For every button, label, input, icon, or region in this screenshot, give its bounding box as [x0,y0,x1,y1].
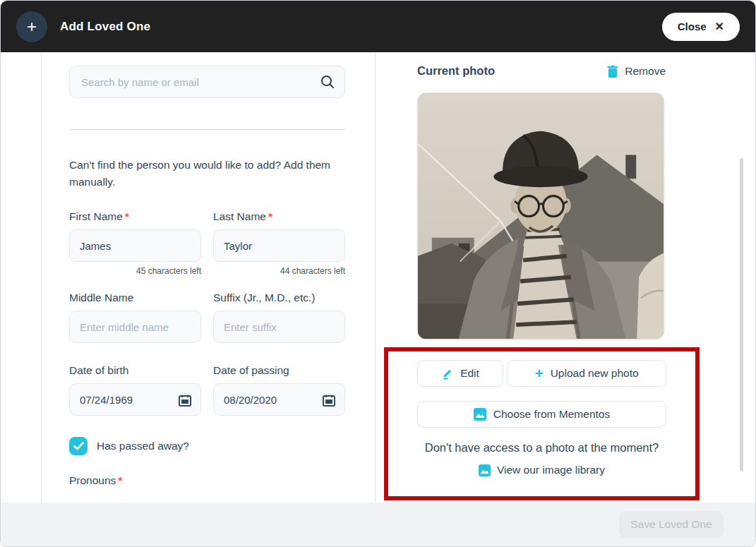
vintage-portrait-photo [418,93,664,339]
last-name-input[interactable] [213,229,345,262]
remove-photo-button[interactable]: Remove [607,65,666,78]
suffix-group: Suffix (Jr., M.D., etc.) [213,291,345,343]
suffix-input[interactable] [213,311,345,343]
search-field-wrap [69,66,345,98]
left-panel-divider [41,52,42,503]
modal-title: Add Loved One [60,20,150,34]
close-icon: ✕ [715,20,724,33]
modal-footer: Save Loved One [1,503,755,546]
first-name-group: First Name* 45 characters left [69,210,201,276]
add-loved-one-modal: + Add Loved One Close ✕ Can't find the p… [0,0,756,547]
photo-action-buttons-row: Edit + Upload new photo [417,360,666,387]
required-asterisk: * [125,210,129,222]
has-passed-row: Has passed away? [69,437,345,455]
photo-actions-highlight-box: Edit + Upload new photo Choose from Meme… [384,347,700,500]
modal-body: Can't find the person you would like to … [1,52,755,503]
upload-button-label: Upload new photo [551,367,639,380]
has-passed-label: Has passed away? [97,440,189,452]
date-of-passing-group: Date of passing 08/20/2020 [213,364,345,416]
section-divider [69,129,345,130]
calendar-icon[interactable] [322,393,336,409]
choose-from-mementos-button[interactable]: Choose from Mementos [417,401,666,428]
plus-icon: + [16,11,47,42]
first-name-label: First Name* [69,210,201,223]
remove-label: Remove [625,65,666,78]
pronouns-label-text: Pronouns [69,474,116,486]
current-photo-image [417,92,664,339]
image-icon [479,464,491,476]
search-icon[interactable] [320,74,335,92]
date-of-birth-group: Date of birth 07/24/1969 [69,364,201,416]
middle-suffix-row: Middle Name Suffix (Jr., M.D., etc.) [69,291,345,343]
close-button[interactable]: Close ✕ [662,13,740,41]
has-passed-checkbox[interactable] [69,437,88,455]
name-fields-row: First Name* 45 characters left Last Name… [69,210,345,276]
pronouns-label: Pronouns* [69,474,345,487]
date-of-birth-value: 07/24/1969 [80,394,133,406]
person-form-column: Can't find the person you would like to … [69,52,345,487]
close-button-label: Close [678,20,707,32]
dates-row: Date of birth 07/24/1969 Date of passing… [69,364,345,416]
date-of-passing-input[interactable]: 08/20/2020 [213,383,345,416]
date-of-birth-label: Date of birth [69,364,201,377]
current-photo-title: Current photo [417,64,495,78]
check-icon [73,442,84,450]
edit-button-label: Edit [460,367,479,380]
library-link-label: View our image library [497,464,605,476]
manual-add-hint: Can't find the person you would like to … [69,157,332,191]
trash-icon [607,65,618,78]
required-asterisk: * [268,210,272,222]
required-asterisk: * [118,474,122,486]
search-input[interactable] [69,66,345,98]
photo-header-row: Current photo Remove [417,64,666,78]
upload-new-photo-button[interactable]: + Upload new photo [507,360,666,387]
middle-name-group: Middle Name [69,291,201,343]
first-name-input[interactable] [69,229,201,262]
last-name-label-text: Last Name [213,210,266,222]
modal-header: + Add Loved One Close ✕ [1,1,755,52]
date-of-passing-label: Date of passing [213,364,345,377]
middle-name-label: Middle Name [69,291,201,304]
suffix-label: Suffix (Jr., M.D., etc.) [213,291,345,304]
mementos-button-label: Choose from Mementos [493,408,610,421]
last-name-chars-left: 44 characters left [213,266,345,276]
last-name-group: Last Name* 44 characters left [213,210,345,276]
photo-column: Current photo Remove [375,52,755,503]
plus-icon: + [534,366,543,380]
calendar-icon[interactable] [178,393,192,409]
edit-photo-button[interactable]: Edit [417,360,503,387]
last-name-label: Last Name* [213,210,345,223]
plus-glyph: + [27,17,37,37]
first-name-label-text: First Name [69,210,123,222]
date-of-passing-value: 08/20/2020 [224,394,277,406]
save-loved-one-button[interactable]: Save Loved One [619,511,724,538]
image-icon [474,408,486,421]
pencil-icon [441,368,453,380]
no-photo-question: Don't have access to a photo at the mome… [388,441,695,455]
middle-name-input[interactable] [69,311,201,343]
view-image-library-link[interactable]: View our image library [388,464,695,476]
first-name-chars-left: 45 characters left [69,266,201,276]
date-of-birth-input[interactable]: 07/24/1969 [69,383,201,416]
